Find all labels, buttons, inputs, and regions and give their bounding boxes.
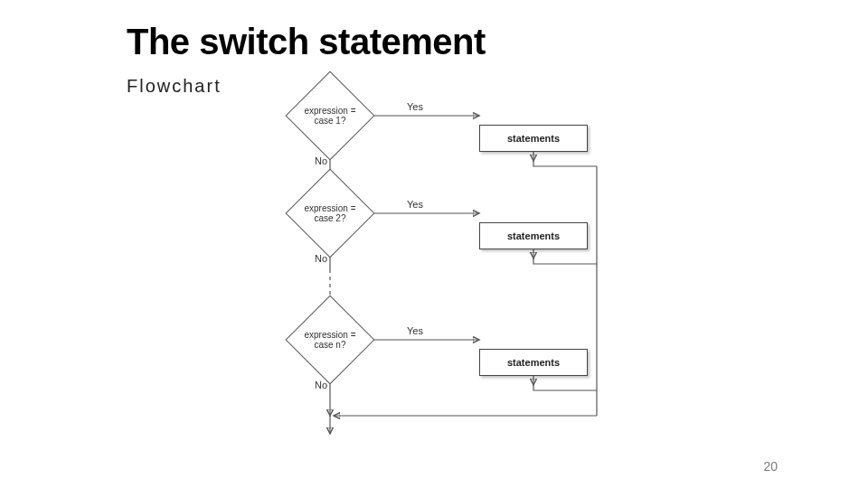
decision-case-1: expression = case 1? [298, 84, 362, 147]
process-statements-3: statements [479, 349, 588, 376]
decision-text: case 1? [314, 116, 345, 126]
process-statements-1: statements [479, 125, 588, 152]
yes-label-3: Yes [407, 325, 423, 336]
yes-label-1: Yes [407, 101, 423, 112]
page-number: 20 [763, 459, 778, 474]
decision-case-2: expression = case 2? [298, 182, 362, 245]
decision-text: case 2? [314, 213, 345, 223]
slide-title: The switch statement [127, 22, 486, 62]
slide-subtitle: Flowchart [127, 76, 222, 97]
decision-case-n: expression = case n? [298, 308, 362, 371]
no-label-1: No [315, 155, 327, 166]
flowchart: expression = case 1? expression = case 2… [244, 80, 678, 441]
decision-text: expression = [305, 106, 356, 116]
yes-label-2: Yes [407, 199, 423, 210]
no-label-3: No [315, 380, 327, 390]
no-label-2: No [315, 253, 327, 264]
process-statements-2: statements [479, 222, 588, 249]
decision-text: expression = [305, 203, 356, 213]
decision-text: expression = [305, 330, 356, 340]
decision-text: case n? [314, 340, 345, 350]
